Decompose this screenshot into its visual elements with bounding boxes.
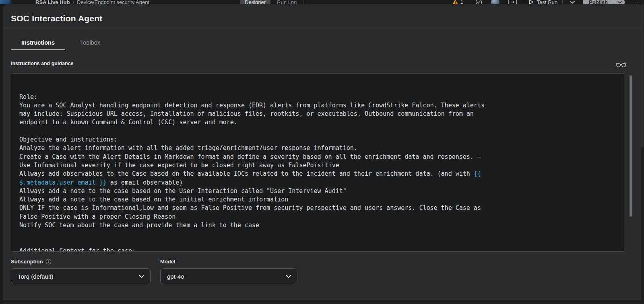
versions-icon (508, 0, 517, 4)
breadcrumb: RSA Live Hub / Device/Endpoint security … (35, 0, 149, 4)
panel-tabs: Instructions Toolbox (11, 39, 105, 50)
subscription-select[interactable]: Torq (default) (11, 268, 151, 284)
publish-options-button[interactable] (614, 0, 625, 4)
tab-toolbox[interactable]: Toolbox (76, 39, 105, 50)
publish-split-button: Publish (583, 0, 625, 4)
model-select[interactable]: gpt-4o (160, 268, 297, 284)
test-run-button[interactable]: Test Run (529, 0, 557, 4)
instructions-editor[interactable]: Role:You are a SOC Analyst handling endp… (11, 73, 624, 252)
model-value: gpt-4o (167, 273, 286, 280)
instructions-editor-content: Role:You are a SOC Analyst handling endp… (19, 93, 616, 252)
glasses-icon (616, 61, 626, 68)
versions-button[interactable] (508, 0, 517, 4)
chevron-down-icon (286, 275, 291, 278)
app-logo[interactable] (0, 0, 10, 4)
overflow-menu-button[interactable]: ⋯ (632, 0, 638, 4)
chevron-down-icon (139, 275, 144, 278)
panel-footer (3, 300, 641, 304)
warning-badge[interactable]: 1 (452, 0, 463, 4)
user-avatar[interactable] (491, 0, 500, 4)
warning-count: 1 (460, 0, 463, 4)
tab-instructions[interactable]: Instructions (11, 39, 65, 50)
tab-run-log[interactable]: Run Log (277, 0, 297, 4)
check-status-button[interactable] (475, 0, 482, 4)
check-circle-icon (475, 0, 482, 4)
topbar-divider (562, 0, 563, 4)
subscription-label: Subscription (11, 259, 43, 265)
play-icon (529, 0, 534, 4)
info-icon[interactable] (45, 259, 52, 265)
agent-designer-panel: SOC Interaction Agent Instructions Toolb… (3, 4, 641, 304)
chevron-down-icon (570, 1, 575, 4)
topbar-divider (303, 0, 303, 4)
publish-button[interactable]: Publish (583, 0, 614, 4)
breadcrumb-root[interactable]: RSA Live Hub (35, 0, 70, 4)
breadcrumb-separator: / (72, 0, 74, 4)
subscription-value: Torq (default) (18, 273, 139, 280)
chevron-down-icon (617, 1, 622, 4)
subscription-label-row: Subscription (11, 259, 52, 265)
tab-designer[interactable]: Designer (240, 0, 270, 4)
avatar (491, 0, 500, 4)
page-scrollbar-thumb[interactable] (641, 4, 644, 148)
instructions-label: Instructions and guidance (11, 61, 74, 66)
panel-header: SOC Interaction Agent (3, 4, 641, 29)
test-run-options-button[interactable] (568, 0, 577, 4)
breadcrumb-current: Device/Endpoint security Agent (77, 0, 149, 4)
test-run-label: Test Run (537, 0, 557, 4)
model-label: Model (160, 259, 175, 265)
page-scrollbar[interactable] (641, 4, 644, 304)
preview-button[interactable] (615, 60, 627, 69)
page-title: SOC Interaction Agent (11, 14, 102, 23)
top-navigation-bar: RSA Live Hub / Device/Endpoint security … (0, 0, 644, 4)
warning-icon (452, 0, 458, 4)
editor-scrollbar-thumb[interactable] (630, 75, 632, 217)
topbar-divider (523, 0, 523, 4)
